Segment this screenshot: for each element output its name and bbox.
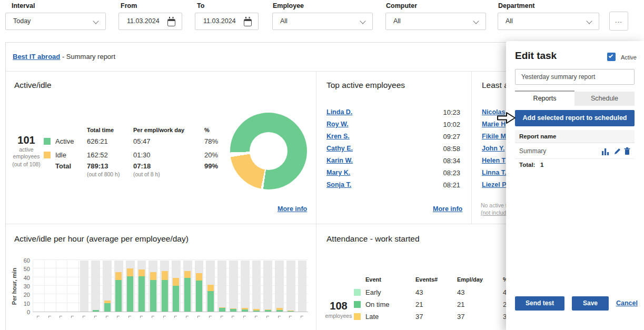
bar [219, 307, 225, 312]
gridline [33, 259, 308, 260]
x-tick [48, 316, 51, 318]
calendar-icon[interactable] [244, 19, 252, 26]
employee-select[interactable]: All [272, 13, 373, 30]
bar [127, 268, 133, 312]
from-date-input[interactable]: 11.03.2024 [118, 13, 182, 30]
gridline [78, 261, 79, 312]
employee-link[interactable]: Linda D. [326, 108, 352, 116]
gridline [44, 261, 45, 312]
cell: Early [365, 288, 381, 296]
calendar-icon[interactable] [167, 19, 175, 26]
x-tick [60, 316, 62, 318]
col-pct: % [204, 127, 210, 133]
employee-time: 09:27 [429, 133, 460, 141]
cell: Late [365, 313, 379, 321]
employee-link[interactable]: Sonja T. [326, 181, 351, 188]
early-swatch [354, 289, 361, 296]
add-report-button[interactable]: Add selected report to scheduled [515, 110, 635, 126]
total-value: 1 [540, 162, 543, 168]
more-info-link[interactable]: More info [278, 205, 307, 213]
cell: 21 [415, 301, 423, 308]
x-tick [197, 316, 200, 318]
employee-link[interactable]: Roy W. [326, 121, 349, 128]
employee-time: 10:23 [429, 108, 460, 116]
from-label: From [121, 2, 137, 9]
cell: 162:52 [87, 151, 108, 159]
cell: 43 [457, 288, 464, 296]
cell: 43 [415, 288, 423, 296]
row-label: Active [55, 137, 74, 145]
bar [184, 271, 191, 312]
cell: On time [365, 301, 390, 308]
employee-link[interactable]: Mary K. [326, 169, 350, 176]
employee-link[interactable]: Helen T [482, 157, 506, 164]
x-tick [163, 316, 166, 318]
y-tick-label: 0 [18, 309, 30, 315]
total-row: Total: 1 [519, 162, 543, 168]
active-employees-caption: (out of 108) [7, 161, 45, 167]
divider [316, 72, 316, 224]
delete-icon[interactable] [623, 147, 631, 155]
to-label: To [197, 2, 204, 9]
x-tick [174, 316, 177, 318]
column-shade [217, 261, 226, 312]
column-shade [80, 261, 89, 312]
employee-link[interactable]: Cathy E. [326, 145, 353, 152]
tab-reports[interactable]: Reports [515, 92, 574, 106]
note-link[interactable]: (not include [481, 209, 509, 216]
save-button[interactable]: Save [572, 296, 609, 311]
employee-link[interactable]: Liezel P. [482, 181, 507, 188]
active-employees-caption: employees [12, 153, 41, 159]
y-tick-label: 10 [18, 301, 30, 307]
late-swatch [354, 313, 361, 320]
x-tick [128, 316, 131, 318]
cancel-link[interactable]: Cancel [616, 299, 638, 307]
check-icon [609, 53, 613, 57]
department-value: All [506, 13, 513, 29]
x-tick [83, 316, 85, 318]
active-checkbox[interactable] [607, 53, 616, 61]
more-info-link[interactable]: More info [433, 205, 462, 213]
employee-link[interactable]: Linna T. [482, 169, 507, 176]
employee-link[interactable]: Kren S. [326, 133, 350, 140]
to-date-input[interactable]: 11.03.2024 [195, 13, 259, 30]
interval-label: Interval [12, 2, 35, 9]
x-tick [152, 316, 154, 318]
panel-title: Active/idle [14, 81, 52, 90]
chart-icon[interactable] [601, 147, 610, 156]
send-test-button[interactable]: Send test [515, 296, 564, 311]
col-empl-day: Empl/day [457, 276, 483, 283]
bar [265, 309, 271, 312]
bar [138, 269, 145, 312]
employee-link[interactable]: John Y. [482, 145, 505, 152]
computer-label: Computer [386, 2, 417, 9]
panel-title: Top active employees [326, 81, 405, 90]
department-label: Department [498, 2, 534, 9]
computer-select[interactable]: All [385, 13, 486, 30]
interval-select[interactable]: Today [5, 13, 106, 30]
employee-time: 08:21 [429, 181, 460, 189]
tab-schedule[interactable]: Schedule [574, 92, 635, 106]
total-label: Total: [519, 162, 535, 168]
x-tick [186, 316, 189, 318]
more-filters-button[interactable]: ... [609, 12, 628, 31]
cell: 21 [457, 301, 464, 308]
company-link[interactable]: Best IT abroad [13, 53, 60, 61]
col-events: Events# [415, 276, 438, 283]
report-name-header: Report name [519, 130, 556, 143]
column-shade [241, 261, 250, 312]
employee-link[interactable]: Karin W. [326, 157, 353, 164]
col-per-empl: Per empl/work day [133, 127, 184, 133]
bar [162, 271, 168, 312]
interval-value: Today [13, 13, 31, 29]
department-select[interactable]: All [498, 13, 599, 30]
report-name: Summary [519, 143, 546, 159]
employee-link[interactable]: Fikile M [482, 133, 506, 140]
edit-icon[interactable] [613, 147, 621, 155]
task-name-input[interactable]: Yesterday summary report [515, 69, 635, 85]
cell: 789:13 [87, 162, 108, 170]
employee-label: Employee [273, 2, 304, 9]
edit-task-dialog: Edit task Active Yesterday summary repor… [506, 41, 644, 330]
bar [253, 309, 260, 312]
bar [242, 308, 248, 312]
